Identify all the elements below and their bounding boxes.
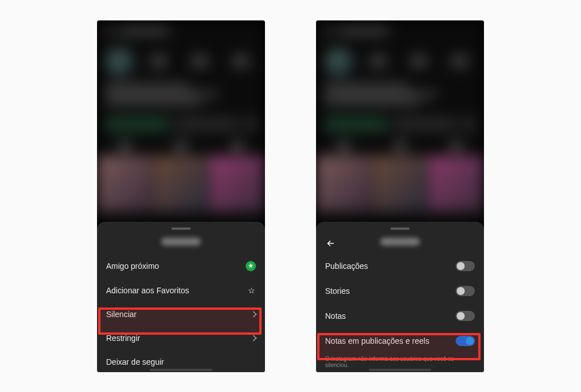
mute-row[interactable]: Silenciar <box>97 302 265 326</box>
favorites-star-outline-icon: ☆ <box>247 286 256 295</box>
close-friend-row[interactable]: Amigo próximo ★ <box>97 254 265 279</box>
mute-notes-posts-reels-toggle[interactable] <box>456 336 475 346</box>
restrict-row[interactable]: Restringir <box>97 326 265 350</box>
back-button[interactable] <box>325 238 336 249</box>
add-favorites-row[interactable]: Adicionar aos Favoritos ☆ <box>97 279 265 302</box>
close-friend-star-icon: ★ <box>246 261 256 271</box>
close-friend-label: Amigo próximo <box>106 262 159 271</box>
add-favorites-label: Adicionar aos Favoritos <box>106 286 189 295</box>
mute-posts-toggle[interactable] <box>456 261 475 271</box>
home-indicator <box>369 369 431 371</box>
home-indicator <box>150 369 212 371</box>
blurred-profile-background <box>316 20 484 222</box>
blurred-profile-background <box>97 20 265 222</box>
bottom-sheet-following-options: Amigo próximo ★ Adicionar aos Favoritos … <box>97 222 265 372</box>
screenshot-right: Publicações Stories Notas Notas em publi… <box>316 20 484 372</box>
mute-notes-row[interactable]: Notas <box>316 304 484 328</box>
mute-notes-toggle[interactable] <box>456 311 475 321</box>
mute-posts-label: Publicações <box>325 262 368 271</box>
unfollow-label: Deixar de seguir <box>106 357 164 366</box>
mute-label: Silenciar <box>106 310 137 319</box>
mute-stories-row[interactable]: Stories <box>316 279 484 304</box>
mute-notes-posts-reels-row[interactable]: Notas em publicações e reels <box>316 328 484 353</box>
bottom-sheet-mute-options: Publicações Stories Notas Notas em publi… <box>316 222 484 372</box>
chevron-right-icon <box>250 335 256 341</box>
sheet-username-blurred <box>380 238 420 246</box>
sheet-username-blurred <box>161 238 201 246</box>
mute-notes-label: Notas <box>325 311 346 321</box>
screenshot-left: Amigo próximo ★ Adicionar aos Favoritos … <box>97 20 265 372</box>
mute-stories-toggle[interactable] <box>456 286 475 296</box>
mute-stories-label: Stories <box>325 286 350 296</box>
mute-posts-row[interactable]: Publicações <box>316 254 484 279</box>
arrow-left-icon <box>326 238 336 248</box>
restrict-label: Restringir <box>106 334 140 343</box>
chevron-right-icon <box>250 311 256 317</box>
mute-notes-posts-reels-label: Notas em publicações e reels <box>325 336 430 345</box>
drag-handle[interactable] <box>171 227 191 230</box>
drag-handle[interactable] <box>390 227 410 230</box>
